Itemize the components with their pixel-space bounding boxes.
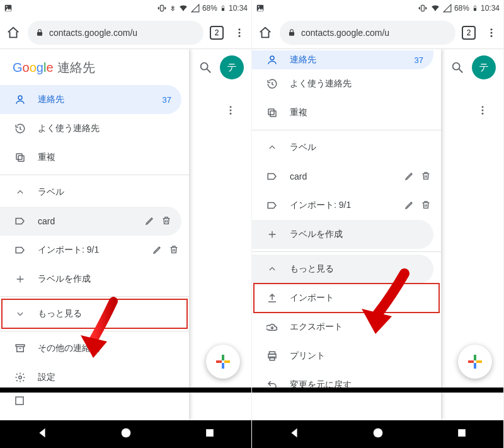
browser-home-button[interactable] — [255, 22, 276, 43]
label-icon — [266, 171, 278, 182]
url-bar[interactable]: contacts.google.com/u — [280, 21, 455, 45]
create-label[interactable]: ラベルを作成 — [252, 220, 433, 249]
create-label-text: ラベルを作成 — [290, 229, 423, 240]
create-label[interactable]: ラベルを作成 — [0, 265, 189, 294]
label-icon — [266, 200, 278, 211]
screenshot-right: 68% 10:34 contacts.google.com/u 2 テ 連絡先 — [252, 0, 504, 448]
svg-point-30 — [491, 32, 493, 33]
nav-back-button[interactable] — [35, 426, 49, 442]
truncated-item — [0, 392, 189, 411]
nav-frequent[interactable]: よく使う連絡先 — [252, 69, 441, 98]
browser-menu-button[interactable] — [230, 22, 249, 43]
nav-recent-button[interactable] — [203, 427, 216, 442]
label-card[interactable]: card — [0, 207, 181, 236]
label-card-text: card — [38, 216, 134, 226]
svg-point-13 — [230, 113, 232, 115]
trash-icon[interactable] — [161, 215, 171, 227]
nav-duplicates[interactable]: 重複 — [252, 98, 441, 127]
svg-point-8 — [239, 32, 241, 33]
svg-point-18 — [19, 376, 22, 379]
svg-point-35 — [482, 113, 484, 115]
url-bar[interactable]: contacts.google.com/u — [28, 21, 203, 45]
page-content: テ 連絡先 37 よく使う連絡先 重複 ラベル — [252, 49, 503, 420]
copy-icon — [266, 107, 278, 118]
nav-duplicates-label: 重複 — [38, 152, 179, 163]
list-menu-button[interactable] — [447, 105, 503, 116]
edit-icon[interactable] — [404, 200, 415, 212]
svg-point-23 — [258, 6, 260, 8]
browser-menu-button[interactable] — [482, 22, 501, 43]
nav-recent-button[interactable] — [455, 427, 468, 442]
svg-point-14 — [18, 96, 22, 100]
svg-point-20 — [122, 428, 131, 438]
print-icon — [266, 350, 278, 362]
browser-bar: contacts.google.com/u 2 — [252, 16, 503, 49]
bluetooth-icon — [169, 4, 176, 13]
lock-icon — [35, 28, 44, 37]
nav-frequent[interactable]: よく使う連絡先 — [0, 114, 189, 143]
more-section[interactable]: もっと見る — [252, 255, 433, 284]
nav-back-button[interactable] — [287, 426, 301, 442]
history-icon — [14, 123, 26, 134]
other-contacts[interactable]: その他の連絡先 — [0, 334, 189, 363]
notification-image-icon — [4, 4, 13, 13]
list-menu-button[interactable] — [195, 105, 251, 116]
wifi-icon — [430, 4, 440, 13]
print-action[interactable]: プリント — [252, 342, 441, 370]
archive-icon — [14, 343, 26, 354]
battery-icon — [220, 4, 226, 13]
svg-point-42 — [374, 428, 383, 438]
more-label: もっと見る — [38, 308, 179, 319]
nav-contacts[interactable]: 連絡先 37 — [252, 50, 433, 69]
tab-count-button[interactable]: 2 — [210, 26, 224, 40]
navigation-drawer: Google 連絡先 連絡先 37 よく使う連絡先 重複 ラベル — [0, 49, 189, 420]
trash-icon[interactable] — [169, 244, 179, 256]
edit-icon[interactable] — [152, 244, 163, 256]
history-icon — [266, 78, 278, 89]
nav-home-button[interactable] — [119, 426, 133, 442]
nav-contacts-count: 37 — [415, 55, 423, 65]
divider — [0, 331, 189, 331]
export-action[interactable]: エクスポート — [252, 313, 441, 342]
nav-duplicates[interactable]: 重複 — [0, 143, 189, 172]
battery-text: 68% — [202, 4, 217, 13]
nav-contacts[interactable]: 連絡先 37 — [0, 85, 181, 114]
search-icon[interactable] — [450, 60, 464, 74]
import-label: インポート — [290, 292, 431, 304]
fab-add-contact[interactable] — [206, 345, 240, 379]
labels-section[interactable]: ラベル — [0, 178, 189, 207]
label-import-text: インポート: 9/1 — [290, 200, 393, 211]
more-section[interactable]: もっと見る — [0, 299, 189, 328]
labels-header-label: ラベル — [290, 142, 431, 153]
label-import[interactable]: インポート: 9/1 — [0, 236, 189, 265]
tab-count-button[interactable]: 2 — [462, 26, 476, 40]
android-nav-bar — [252, 420, 503, 448]
nav-home-button[interactable] — [371, 426, 385, 442]
label-import[interactable]: インポート: 9/1 — [252, 191, 441, 220]
nav-frequent-label: よく使う連絡先 — [290, 78, 431, 89]
url-text: contacts.google.com/u — [301, 28, 389, 38]
search-icon[interactable] — [198, 60, 212, 74]
avatar[interactable]: テ — [472, 55, 496, 79]
edit-icon[interactable] — [404, 171, 415, 183]
fab-add-contact[interactable] — [458, 345, 492, 379]
import-action[interactable]: インポート — [252, 284, 441, 313]
create-label-text: ラベルを作成 — [38, 273, 179, 285]
svg-point-7 — [239, 28, 241, 30]
browser-home-button[interactable] — [3, 22, 24, 43]
android-nav-bar — [0, 420, 251, 448]
labels-section[interactable]: ラベル — [252, 133, 441, 162]
black-strip — [252, 388, 503, 393]
svg-rect-28 — [289, 32, 294, 35]
divider — [0, 175, 189, 175]
url-text: contacts.google.com/u — [49, 28, 137, 38]
edit-icon[interactable] — [145, 215, 155, 227]
svg-rect-15 — [18, 156, 24, 161]
undo-action[interactable]: 変更を元に戻す — [252, 370, 441, 399]
trash-icon[interactable] — [421, 200, 431, 212]
chevron-down-icon — [14, 309, 26, 318]
label-card[interactable]: card — [252, 162, 441, 191]
copy-icon — [14, 152, 26, 163]
avatar[interactable]: テ — [220, 55, 244, 79]
trash-icon[interactable] — [421, 171, 431, 183]
